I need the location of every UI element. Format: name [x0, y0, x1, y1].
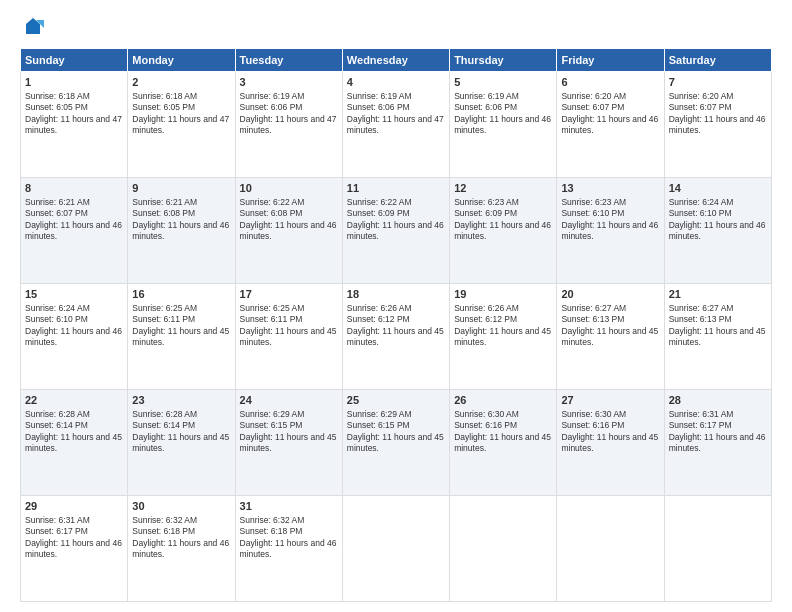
sunset: Sunset: 6:05 PM: [25, 102, 88, 112]
sunset: Sunset: 6:05 PM: [132, 102, 195, 112]
sunrise: Sunrise: 6:26 AM: [347, 303, 412, 313]
sunrise: Sunrise: 6:26 AM: [454, 303, 519, 313]
sunrise: Sunrise: 6:21 AM: [25, 197, 90, 207]
daylight-label: Daylight: 11 hours and 47 minutes.: [240, 114, 337, 135]
day-header-monday: Monday: [128, 49, 235, 72]
day-number: 6: [561, 75, 659, 90]
calendar-cell: 6Sunrise: 6:20 AMSunset: 6:07 PMDaylight…: [557, 72, 664, 178]
sunset: Sunset: 6:18 PM: [132, 526, 195, 536]
day-number: 17: [240, 287, 338, 302]
day-number: 30: [132, 499, 230, 514]
daylight-label: Daylight: 11 hours and 45 minutes.: [132, 326, 229, 347]
day-header-thursday: Thursday: [450, 49, 557, 72]
sunset: Sunset: 6:13 PM: [669, 314, 732, 324]
sunrise: Sunrise: 6:28 AM: [25, 409, 90, 419]
day-number: 12: [454, 181, 552, 196]
day-header-saturday: Saturday: [664, 49, 771, 72]
sunset: Sunset: 6:06 PM: [240, 102, 303, 112]
calendar-cell: 30Sunrise: 6:32 AMSunset: 6:18 PMDayligh…: [128, 496, 235, 602]
sunset: Sunset: 6:17 PM: [669, 420, 732, 430]
sunset: Sunset: 6:12 PM: [454, 314, 517, 324]
daylight-label: Daylight: 11 hours and 47 minutes.: [347, 114, 444, 135]
day-number: 1: [25, 75, 123, 90]
calendar-cell: [342, 496, 449, 602]
header: [20, 16, 772, 38]
sunrise: Sunrise: 6:32 AM: [240, 515, 305, 525]
calendar-cell: 27Sunrise: 6:30 AMSunset: 6:16 PMDayligh…: [557, 390, 664, 496]
sunset: Sunset: 6:16 PM: [454, 420, 517, 430]
daylight-label: Daylight: 11 hours and 46 minutes.: [561, 220, 658, 241]
day-header-sunday: Sunday: [21, 49, 128, 72]
sunrise: Sunrise: 6:32 AM: [132, 515, 197, 525]
calendar-cell: 21Sunrise: 6:27 AMSunset: 6:13 PMDayligh…: [664, 284, 771, 390]
sunset: Sunset: 6:08 PM: [240, 208, 303, 218]
calendar-header-row: SundayMondayTuesdayWednesdayThursdayFrid…: [21, 49, 772, 72]
calendar-week-4: 22Sunrise: 6:28 AMSunset: 6:14 PMDayligh…: [21, 390, 772, 496]
calendar-cell: 31Sunrise: 6:32 AMSunset: 6:18 PMDayligh…: [235, 496, 342, 602]
calendar-cell: 3Sunrise: 6:19 AMSunset: 6:06 PMDaylight…: [235, 72, 342, 178]
sunrise: Sunrise: 6:31 AM: [669, 409, 734, 419]
calendar-cell: 15Sunrise: 6:24 AMSunset: 6:10 PMDayligh…: [21, 284, 128, 390]
sunset: Sunset: 6:07 PM: [561, 102, 624, 112]
sunrise: Sunrise: 6:21 AM: [132, 197, 197, 207]
daylight-label: Daylight: 11 hours and 46 minutes.: [454, 114, 551, 135]
calendar-table: SundayMondayTuesdayWednesdayThursdayFrid…: [20, 48, 772, 602]
daylight-label: Daylight: 11 hours and 45 minutes.: [561, 432, 658, 453]
day-number: 25: [347, 393, 445, 408]
daylight-label: Daylight: 11 hours and 46 minutes.: [561, 114, 658, 135]
sunrise: Sunrise: 6:25 AM: [132, 303, 197, 313]
day-number: 13: [561, 181, 659, 196]
calendar-cell: 9Sunrise: 6:21 AMSunset: 6:08 PMDaylight…: [128, 178, 235, 284]
sunrise: Sunrise: 6:24 AM: [25, 303, 90, 313]
sunrise: Sunrise: 6:23 AM: [454, 197, 519, 207]
daylight-label: Daylight: 11 hours and 45 minutes.: [561, 326, 658, 347]
sunset: Sunset: 6:06 PM: [347, 102, 410, 112]
sunset: Sunset: 6:12 PM: [347, 314, 410, 324]
sunset: Sunset: 6:14 PM: [132, 420, 195, 430]
calendar-cell: 22Sunrise: 6:28 AMSunset: 6:14 PMDayligh…: [21, 390, 128, 496]
sunset: Sunset: 6:09 PM: [347, 208, 410, 218]
day-number: 4: [347, 75, 445, 90]
sunset: Sunset: 6:14 PM: [25, 420, 88, 430]
calendar-week-3: 15Sunrise: 6:24 AMSunset: 6:10 PMDayligh…: [21, 284, 772, 390]
sunset: Sunset: 6:13 PM: [561, 314, 624, 324]
sunset: Sunset: 6:06 PM: [454, 102, 517, 112]
calendar-cell: 16Sunrise: 6:25 AMSunset: 6:11 PMDayligh…: [128, 284, 235, 390]
daylight-label: Daylight: 11 hours and 45 minutes.: [25, 432, 122, 453]
day-number: 31: [240, 499, 338, 514]
daylight-label: Daylight: 11 hours and 46 minutes.: [669, 432, 766, 453]
calendar-cell: 19Sunrise: 6:26 AMSunset: 6:12 PMDayligh…: [450, 284, 557, 390]
daylight-label: Daylight: 11 hours and 45 minutes.: [454, 326, 551, 347]
calendar-cell: 23Sunrise: 6:28 AMSunset: 6:14 PMDayligh…: [128, 390, 235, 496]
daylight-label: Daylight: 11 hours and 46 minutes.: [454, 220, 551, 241]
daylight-label: Daylight: 11 hours and 46 minutes.: [25, 326, 122, 347]
daylight-label: Daylight: 11 hours and 45 minutes.: [347, 326, 444, 347]
calendar-cell: 14Sunrise: 6:24 AMSunset: 6:10 PMDayligh…: [664, 178, 771, 284]
day-number: 5: [454, 75, 552, 90]
daylight-label: Daylight: 11 hours and 47 minutes.: [25, 114, 122, 135]
day-header-wednesday: Wednesday: [342, 49, 449, 72]
daylight-label: Daylight: 11 hours and 46 minutes.: [669, 114, 766, 135]
sunset: Sunset: 6:07 PM: [669, 102, 732, 112]
sunrise: Sunrise: 6:29 AM: [240, 409, 305, 419]
daylight-label: Daylight: 11 hours and 45 minutes.: [132, 432, 229, 453]
day-number: 22: [25, 393, 123, 408]
calendar-cell: 7Sunrise: 6:20 AMSunset: 6:07 PMDaylight…: [664, 72, 771, 178]
calendar-week-2: 8Sunrise: 6:21 AMSunset: 6:07 PMDaylight…: [21, 178, 772, 284]
calendar-cell: [557, 496, 664, 602]
calendar-cell: 25Sunrise: 6:29 AMSunset: 6:15 PMDayligh…: [342, 390, 449, 496]
daylight-label: Daylight: 11 hours and 47 minutes.: [132, 114, 229, 135]
day-number: 11: [347, 181, 445, 196]
calendar-cell: 17Sunrise: 6:25 AMSunset: 6:11 PMDayligh…: [235, 284, 342, 390]
sunrise: Sunrise: 6:27 AM: [669, 303, 734, 313]
day-number: 2: [132, 75, 230, 90]
sunrise: Sunrise: 6:29 AM: [347, 409, 412, 419]
day-number: 27: [561, 393, 659, 408]
day-number: 20: [561, 287, 659, 302]
daylight-label: Daylight: 11 hours and 45 minutes.: [240, 326, 337, 347]
calendar-cell: 8Sunrise: 6:21 AMSunset: 6:07 PMDaylight…: [21, 178, 128, 284]
daylight-label: Daylight: 11 hours and 45 minutes.: [454, 432, 551, 453]
day-number: 19: [454, 287, 552, 302]
sunset: Sunset: 6:10 PM: [25, 314, 88, 324]
day-number: 3: [240, 75, 338, 90]
